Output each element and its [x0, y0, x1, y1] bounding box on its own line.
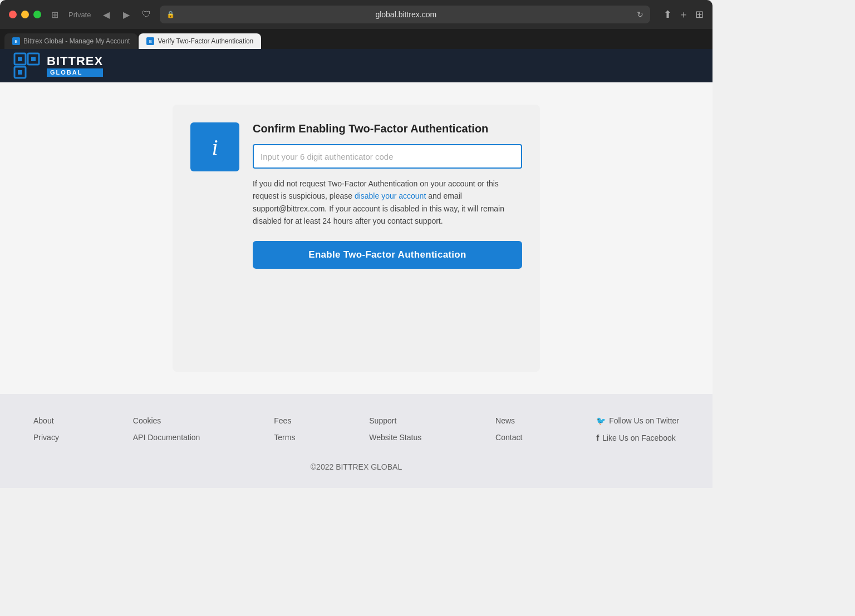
- forward-button[interactable]: ▶: [120, 7, 133, 22]
- footer: About Privacy Cookies API Documentation …: [0, 394, 712, 488]
- enable-2fa-button[interactable]: Enable Two-Factor Authentication: [253, 241, 522, 269]
- authenticator-code-input[interactable]: [253, 144, 522, 169]
- address-bar[interactable]: 🔒 global.bittrex.com ↻: [160, 6, 650, 23]
- footer-link-cookies[interactable]: Cookies: [133, 416, 200, 425]
- share-button[interactable]: ⬆: [664, 8, 672, 21]
- logo-global-badge: GLOBAL: [47, 68, 103, 77]
- footer-link-about[interactable]: About: [33, 416, 59, 425]
- shield-icon: 🛡: [142, 9, 151, 19]
- footer-link-support[interactable]: Support: [369, 416, 421, 425]
- footer-social: 🐦 Follow Us on Twitter f Like Us on Face…: [596, 416, 679, 442]
- facebook-label: Like Us on Facebook: [602, 433, 676, 442]
- svg-rect-3: [31, 57, 36, 61]
- footer-col-1: About Privacy: [33, 416, 59, 442]
- footer-link-terms[interactable]: Terms: [274, 433, 295, 442]
- footer-col-3: Fees Terms: [274, 416, 295, 442]
- card-title: Confirm Enabling Two-Factor Authenticati…: [253, 122, 522, 135]
- back-button[interactable]: ◀: [100, 7, 113, 22]
- disable-account-link[interactable]: disable your account: [355, 191, 426, 200]
- footer-link-privacy[interactable]: Privacy: [33, 433, 59, 442]
- facebook-link[interactable]: f Like Us on Facebook: [596, 433, 679, 442]
- browser-actions: ⬆ ＋ ⊞: [664, 8, 704, 21]
- footer-link-contact[interactable]: Contact: [495, 433, 522, 442]
- info-icon: i: [212, 134, 218, 160]
- footer-col-5: News Contact: [495, 416, 522, 442]
- footer-link-website-status[interactable]: Website Status: [369, 433, 421, 442]
- footer-link-news[interactable]: News: [495, 416, 522, 425]
- tab-favicon-2: B: [146, 37, 154, 45]
- svg-rect-1: [18, 57, 22, 61]
- traffic-lights: [9, 11, 41, 18]
- logo-text-area: BITTREX GLOBAL: [47, 55, 103, 77]
- minimize-button[interactable]: [21, 11, 29, 18]
- tab-label-2: Verify Two-Factor Authentication: [158, 37, 253, 45]
- 2fa-card: i Confirm Enabling Two-Factor Authentica…: [173, 105, 540, 372]
- footer-links: About Privacy Cookies API Documentation …: [33, 416, 679, 442]
- browser-window: ⊞ Private ◀ ▶ 🛡 🔒 global.bittrex.com ↻ ⬆…: [0, 0, 712, 49]
- footer-link-api-docs[interactable]: API Documentation: [133, 433, 200, 442]
- url-text: global.bittrex.com: [179, 10, 632, 19]
- copyright-text: ©2022 BITTREX GLOBAL: [33, 454, 679, 471]
- logo-area[interactable]: BITTREX GLOBAL: [13, 52, 103, 79]
- tabs-grid-button[interactable]: ⊞: [695, 8, 704, 21]
- footer-link-fees[interactable]: Fees: [274, 416, 295, 425]
- tab-favicon-1: B: [12, 37, 20, 45]
- logo-bittrex-text: BITTREX: [47, 55, 103, 67]
- card-body: Confirm Enabling Two-Factor Authenticati…: [253, 122, 522, 269]
- info-icon-box: i: [190, 122, 239, 171]
- title-bar: ⊞ Private ◀ ▶ 🛡 🔒 global.bittrex.com ↻ ⬆…: [0, 0, 712, 29]
- new-tab-button[interactable]: ＋: [679, 8, 689, 21]
- twitter-label: Follow Us on Twitter: [609, 416, 679, 425]
- navbar: BITTREX GLOBAL: [0, 49, 712, 82]
- refresh-icon: ↻: [637, 10, 643, 19]
- footer-col-4: Support Website Status: [369, 416, 421, 442]
- maximize-button[interactable]: [33, 11, 41, 18]
- private-label: Private: [68, 11, 91, 19]
- tab-label-1: Bittrex Global - Manage My Account: [23, 37, 130, 45]
- svg-rect-5: [18, 70, 22, 75]
- sidebar-toggle-button[interactable]: ⊞: [48, 7, 62, 22]
- logo-icon: [13, 52, 40, 79]
- description-text: If you did not request Two-Factor Authen…: [253, 178, 522, 228]
- tab-manage-account[interactable]: B Bittrex Global - Manage My Account: [4, 33, 137, 49]
- footer-col-2: Cookies API Documentation: [133, 416, 200, 442]
- twitter-link[interactable]: 🐦 Follow Us on Twitter: [596, 416, 679, 425]
- lock-icon: 🔒: [166, 11, 175, 18]
- facebook-icon: f: [596, 433, 599, 442]
- close-button[interactable]: [9, 11, 17, 18]
- twitter-icon: 🐦: [596, 416, 606, 425]
- tab-verify-2fa[interactable]: B Verify Two-Factor Authentication: [139, 33, 261, 49]
- tab-bar: B Bittrex Global - Manage My Account B V…: [0, 29, 712, 49]
- main-content: i Confirm Enabling Two-Factor Authentica…: [0, 82, 712, 394]
